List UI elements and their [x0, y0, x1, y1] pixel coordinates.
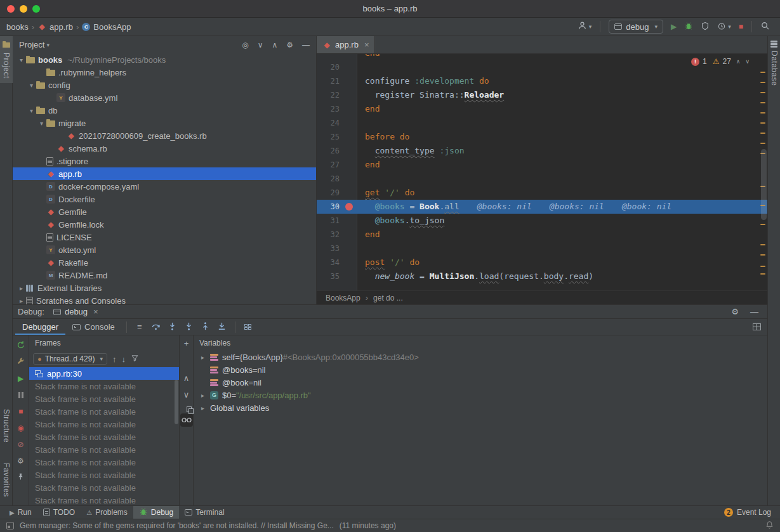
code-line[interactable]: 27end	[317, 158, 767, 172]
debug-session-tab[interactable]: debug ×	[51, 307, 101, 316]
toolwindow-button-run[interactable]: ▶Run	[4, 506, 37, 519]
variable-row[interactable]: ▸self = {BooksApp} #<BooksApp:0x000055bb…	[194, 351, 767, 363]
window-minimize-button[interactable]	[20, 5, 27, 13]
sidebar-stripe-database[interactable]: Database	[768, 36, 780, 90]
line-number[interactable]: 26	[317, 144, 342, 158]
add-watch-icon[interactable]: +	[184, 339, 189, 348]
code-line[interactable]: 22 register Sinatra::Reloader	[317, 88, 767, 102]
move-up-icon[interactable]: ∧	[183, 373, 190, 383]
tree-chevron-icon[interactable]: ▾	[27, 82, 36, 89]
line-number[interactable]: 28	[317, 172, 342, 186]
user-account-button[interactable]: ▾	[578, 21, 592, 32]
gutter-icon-slot[interactable]	[342, 269, 357, 283]
frame-row[interactable]: Stack frame is not available	[29, 418, 179, 431]
step-out-icon[interactable]	[197, 320, 214, 334]
line-number[interactable]: 34	[317, 256, 342, 269]
code-line[interactable]: 33	[317, 242, 767, 256]
settings-gear-icon[interactable]: ⚙	[731, 307, 739, 316]
frame-row[interactable]: Stack frame is not available	[29, 405, 179, 418]
line-number[interactable]: 27	[317, 158, 342, 172]
frame-row[interactable]: Stack frame is not available	[29, 456, 179, 469]
warning-stripe-mark[interactable]	[760, 244, 765, 245]
tree-item-app-rb[interactable]: ◆app.rb	[13, 167, 316, 180]
force-step-into-icon[interactable]	[181, 320, 197, 334]
line-number[interactable]: 35	[317, 269, 342, 283]
expand-all-icon[interactable]: ∨	[258, 41, 263, 49]
line-number[interactable]	[317, 54, 342, 60]
gutter-icon-slot[interactable]	[342, 54, 357, 60]
tree-chevron-icon[interactable]: ▸	[17, 285, 26, 292]
view-breakpoints-icon[interactable]: ◉	[16, 423, 26, 433]
tree-item-dockerfile[interactable]: DDockerfile	[13, 193, 316, 205]
sidebar-stripe-structure[interactable]: Structure	[0, 405, 13, 447]
warning-stripe-mark[interactable]	[760, 112, 765, 114]
chevron-down-icon[interactable]: ▾	[46, 42, 50, 48]
warning-stripe-mark[interactable]	[760, 143, 765, 144]
line-number[interactable]: 25	[317, 130, 342, 144]
run-config-selector[interactable]: debug ▾	[609, 20, 663, 34]
warning-stripe-mark[interactable]	[760, 224, 765, 225]
editor-tab-app-rb[interactable]: ◆ app.rb ×	[317, 36, 375, 53]
breadcrumb-method[interactable]: get do ...	[373, 294, 403, 302]
thread-selector[interactable]: ● Thread..d 429) ▾	[33, 353, 107, 365]
pin-tab-icon[interactable]	[16, 472, 26, 483]
variable-row[interactable]: ▸Global variables	[194, 401, 767, 414]
close-tab-icon[interactable]: ×	[364, 40, 369, 49]
stop-icon[interactable]: ■	[16, 406, 26, 417]
line-number[interactable]: 29	[317, 186, 342, 200]
breadcrumb-class[interactable]: BooksApp	[326, 294, 360, 302]
gutter-icon-slot[interactable]	[342, 116, 357, 130]
code-line[interactable]: 29get '/' do	[317, 186, 767, 200]
line-number[interactable]: 32	[317, 228, 342, 242]
tree-item-scratches-and-consoles[interactable]: ▸Scratches and Consoles	[13, 294, 316, 304]
tree-item-schema-rb[interactable]: ◆schema.rb	[13, 142, 316, 155]
warning-stripe-mark[interactable]	[760, 133, 765, 134]
tree-item-database-yml[interactable]: Ydatabase.yml	[13, 91, 316, 104]
frames-scrollbar[interactable]	[175, 380, 178, 424]
frame-row[interactable]: Stack frame is not available	[29, 443, 179, 456]
tree-item-readme-md[interactable]: MREADME.md	[13, 269, 316, 282]
step-over-icon[interactable]	[148, 320, 164, 334]
event-log-button[interactable]: 2 Event Log	[724, 508, 776, 517]
toolwindow-switcher-icon[interactable]	[6, 522, 14, 529]
variable-chevron-icon[interactable]: ▸	[201, 392, 210, 399]
inspections-widget[interactable]: ! 1 ⚠ 27 ∧ ∨	[691, 57, 750, 66]
variable-row[interactable]: ▸G$0 = "/usr/src/app/app.rb"	[194, 389, 767, 401]
gutter-icon-slot[interactable]	[342, 60, 357, 74]
warning-stripe-mark[interactable]	[760, 122, 765, 124]
code-line[interactable]: 21configure :development do	[317, 74, 767, 88]
gutter-icon-slot[interactable]	[342, 144, 357, 158]
tree-item-license[interactable]: LICENSE	[13, 231, 316, 243]
next-problem-icon[interactable]: ∨	[745, 58, 750, 65]
project-panel-title[interactable]: Project	[19, 40, 44, 49]
frame-row[interactable]: Stack frame is not available	[29, 380, 179, 393]
code-line[interactable]: 24	[317, 116, 767, 130]
hide-toolwindow-icon[interactable]: —	[750, 307, 758, 316]
line-number[interactable]: 24	[317, 116, 342, 130]
tree-item-migrate[interactable]: ▾migrate	[13, 117, 316, 129]
pause-program-icon[interactable]	[16, 390, 26, 400]
restore-layout-icon[interactable]	[753, 323, 761, 330]
warning-stripe-mark[interactable]	[760, 72, 765, 73]
modify-run-config-wrench-icon[interactable]	[16, 357, 26, 367]
run-to-cursor-icon[interactable]	[214, 320, 230, 334]
tree-item-docker-compose-yaml[interactable]: Ddocker-compose.yaml	[13, 180, 316, 193]
tree-item-gemfile[interactable]: ◆Gemfile	[13, 205, 316, 218]
mute-breakpoints-icon[interactable]: ⊘	[16, 439, 26, 450]
breadcrumb-item-books[interactable]: books	[6, 22, 29, 32]
gutter-icon-slot[interactable]	[342, 158, 357, 172]
warning-stripe-mark[interactable]	[760, 273, 765, 275]
code-line[interactable]: 23end	[317, 102, 767, 116]
variable-chevron-icon[interactable]: ▸	[201, 354, 210, 361]
frame-row[interactable]: Stack frame is not available	[29, 469, 179, 481]
gutter-icon-slot[interactable]	[342, 74, 357, 88]
tree-item--rubymine-helpers[interactable]: .rubymine_helpers	[13, 66, 316, 79]
warning-stripe-mark[interactable]	[760, 254, 765, 256]
move-down-icon[interactable]: ∨	[183, 390, 190, 399]
gutter-icon-slot[interactable]	[342, 172, 357, 186]
debugger-settings-gear-icon[interactable]: ⚙	[16, 456, 26, 466]
evaluate-expression-icon[interactable]	[240, 320, 256, 334]
next-frame-icon[interactable]: ↓	[121, 354, 126, 364]
gutter-icon-slot[interactable]	[342, 228, 357, 242]
toolwindow-button-debug[interactable]: Debug	[133, 506, 179, 519]
